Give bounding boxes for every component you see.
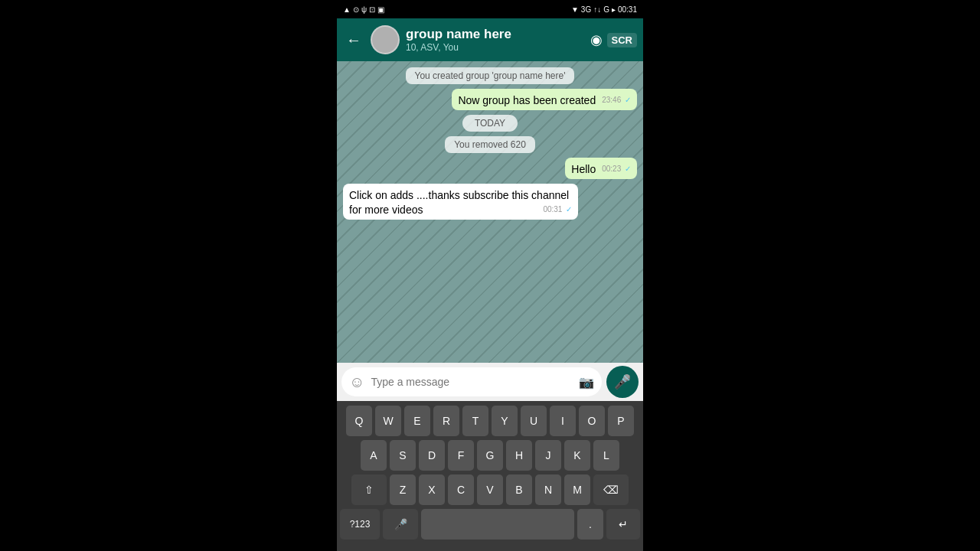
status-bar: ▲ ⊙ ψ ⊡ ▣ ▼ 3G ↑↓ G ▸ 00:31 <box>337 0 643 18</box>
symbols-key[interactable]: ?123 <box>340 509 380 540</box>
system-message-2: You removed 620 <box>445 136 535 153</box>
key-z[interactable]: Z <box>390 474 416 505</box>
g-icon: G <box>603 5 609 14</box>
key-n[interactable]: N <box>535 474 561 505</box>
tick-icon-3: ✓ <box>566 205 572 214</box>
video-call-icon[interactable]: ◉ <box>590 31 603 48</box>
3g-text: 3G <box>581 5 591 14</box>
key-o[interactable]: O <box>579 406 605 436</box>
message-bubble-1: Now group has been created 23:46 ✓ <box>452 89 637 110</box>
key-i[interactable]: I <box>550 406 576 436</box>
wifi-icon: ▼ <box>571 5 579 14</box>
key-m[interactable]: M <box>564 474 590 505</box>
message-text-1: Now group has been created <box>458 94 596 106</box>
key-d[interactable]: D <box>419 440 445 471</box>
key-u[interactable]: U <box>521 406 547 436</box>
signal-icon: ▲ <box>343 5 351 14</box>
message-input-bar: ☺ 📷 🎤 <box>337 363 643 401</box>
message-text-2: Hello <box>571 163 596 175</box>
screen: ← group name here 10, ASV, You ◉ SCR You… <box>337 18 643 551</box>
input-box: ☺ 📷 <box>341 367 602 396</box>
key-h[interactable]: H <box>506 440 532 471</box>
key-x[interactable]: X <box>419 474 445 505</box>
key-e[interactable]: E <box>404 406 430 436</box>
header-icons: ◉ SCR <box>590 31 637 48</box>
message-time-3: 00:31 ✓ <box>543 204 572 214</box>
key-s[interactable]: S <box>390 440 416 471</box>
key-w[interactable]: W <box>375 406 401 436</box>
message-bubble-3: Click on adds ....thanks subscribe this … <box>343 184 578 219</box>
key-j[interactable]: J <box>535 440 561 471</box>
camera-button[interactable]: 📷 <box>579 375 594 390</box>
chat-header: ← group name here 10, ASV, You ◉ SCR <box>337 18 643 61</box>
screen-icon: ▣ <box>377 5 384 14</box>
emoji-button[interactable]: ☺ <box>349 373 364 391</box>
time-display: 00:31 <box>618 5 637 14</box>
key-y[interactable]: Y <box>492 406 518 436</box>
network-icon: ↑↓ <box>593 5 601 14</box>
key-g[interactable]: G <box>477 440 503 471</box>
keyboard-row-1: Q W E R T Y U I O P <box>340 406 640 436</box>
alarm-icon: ⊙ <box>353 5 359 14</box>
key-a[interactable]: A <box>361 440 387 471</box>
key-k[interactable]: K <box>564 440 590 471</box>
battery-icon: ▸ <box>612 5 616 14</box>
bluetooth-icon: ψ <box>361 5 367 14</box>
message-text-3: Click on adds ....thanks subscribe this … <box>349 189 569 215</box>
period-key[interactable]: . <box>577 509 603 540</box>
mic-key[interactable]: 🎤 <box>383 509 418 540</box>
screen-record-icon[interactable]: SCR <box>607 34 637 46</box>
group-members: 10, ASV, You <box>406 42 584 53</box>
message-time-1: 23:46 ✓ <box>602 95 631 105</box>
status-left-icons: ▲ ⊙ ψ ⊡ ▣ <box>343 5 384 14</box>
space-key[interactable] <box>421 509 574 540</box>
tick-icon-2: ✓ <box>625 165 631 173</box>
delete-key[interactable]: ⌫ <box>593 474 629 505</box>
tick-icon-1: ✓ <box>625 96 631 104</box>
keyboard-row-2: A S D F G H J K L <box>340 440 640 471</box>
header-info[interactable]: group name here 10, ASV, You <box>406 27 584 53</box>
return-key[interactable]: ↵ <box>606 509 640 540</box>
message-time-2: 00:23 ✓ <box>602 164 631 174</box>
key-t[interactable]: T <box>462 406 488 436</box>
keyboard: Q W E R T Y U I O P A S D F G H J K <box>337 401 643 548</box>
today-label: TODAY <box>462 115 518 132</box>
mic-icon: 🎤 <box>614 373 631 390</box>
avatar-image <box>372 27 398 53</box>
key-f[interactable]: F <box>448 440 474 471</box>
bottom-spacer <box>337 548 643 551</box>
key-c[interactable]: C <box>448 474 474 505</box>
scr-label[interactable]: SCR <box>607 33 637 47</box>
key-l[interactable]: L <box>593 440 619 471</box>
chat-area: You created group 'group name here' Now … <box>337 61 643 363</box>
group-name: group name here <box>406 27 584 42</box>
system-message-1: You created group 'group name here' <box>406 67 575 84</box>
message-input[interactable] <box>371 376 573 388</box>
back-button[interactable]: ← <box>343 28 364 52</box>
mic-button[interactable]: 🎤 <box>606 366 639 398</box>
key-r[interactable]: R <box>433 406 459 436</box>
key-v[interactable]: V <box>477 474 503 505</box>
avatar <box>371 25 400 54</box>
message-bubble-2: Hello 00:23 ✓ <box>565 158 637 179</box>
box-icon: ⊡ <box>369 5 375 14</box>
keyboard-row-4: ?123 🎤 . ↵ <box>340 509 640 540</box>
key-p[interactable]: P <box>608 406 634 436</box>
shift-key[interactable]: ⇧ <box>351 474 387 505</box>
key-q[interactable]: Q <box>346 406 372 436</box>
key-b[interactable]: B <box>506 474 532 505</box>
status-right-icons: ▼ 3G ↑↓ G ▸ 00:31 <box>571 5 637 14</box>
keyboard-row-3: ⇧ Z X C V B N M ⌫ <box>340 474 640 505</box>
